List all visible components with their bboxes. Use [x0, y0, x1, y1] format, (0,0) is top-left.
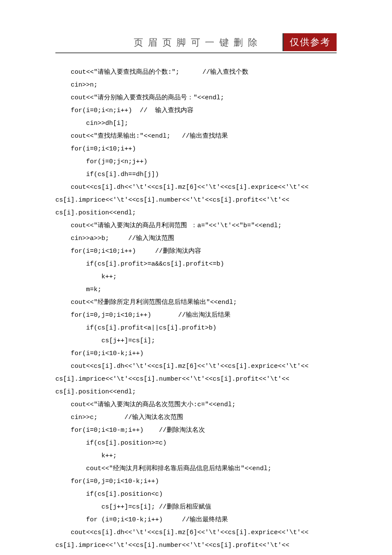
code-block: cout<<"请输入要查找商品的个数:"; //输入查找个数 cin>>n; c… [55, 66, 337, 555]
reference-badge: 仅供参考 [282, 33, 337, 51]
page-header: 页 眉 页 脚 可 一 键 删 除 仅供参考 [55, 0, 337, 58]
header-divider [55, 52, 337, 53]
